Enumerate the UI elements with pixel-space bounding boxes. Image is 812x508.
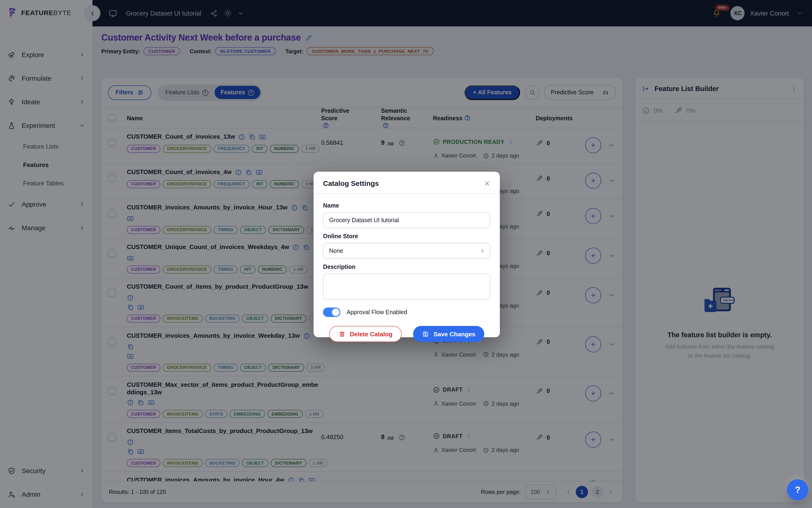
delete-catalog-button[interactable]: Delete Catalog [329, 326, 402, 342]
close-icon[interactable] [484, 180, 490, 186]
trash-icon [339, 330, 346, 337]
description-label: Description [323, 264, 490, 270]
floppy-icon [422, 330, 429, 337]
description-textarea[interactable] [323, 273, 490, 300]
save-changes-button[interactable]: Save Changes [413, 326, 484, 342]
modal-title: Catalog Settings [323, 179, 379, 187]
catalog-name-input[interactable] [323, 212, 490, 228]
online-store-select[interactable]: None [323, 243, 490, 259]
catalog-settings-modal: Catalog Settings Name Online Store None … [314, 172, 500, 337]
name-label: Name [323, 202, 490, 209]
updown-icon [480, 248, 485, 254]
online-store-label: Online Store [323, 233, 490, 240]
help-button[interactable]: ? [787, 479, 808, 501]
approval-flow-label: Approval Flow Enabled [347, 309, 407, 315]
app-root: FEATUREBYTE ExploreFormulateIdeateExperi… [0, 0, 812, 508]
approval-flow-toggle[interactable] [323, 307, 341, 317]
